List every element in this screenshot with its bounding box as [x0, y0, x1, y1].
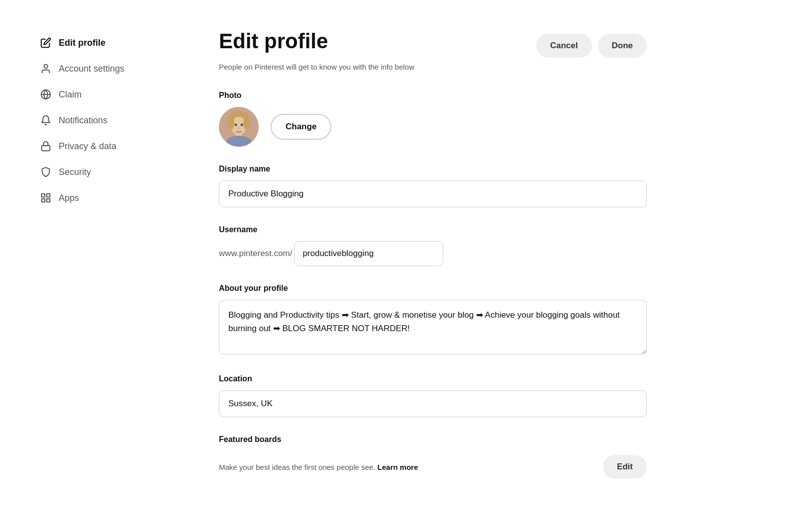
- apps-icon: [40, 192, 52, 204]
- svg-point-16: [241, 124, 243, 126]
- sidebar-item-label: Privacy & data: [59, 141, 116, 152]
- svg-rect-7: [42, 199, 45, 202]
- sidebar-item-label: Account settings: [59, 64, 124, 74]
- featured-boards-header: Featured boards: [219, 435, 647, 451]
- sidebar-item-edit-profile[interactable]: Edit profile: [40, 30, 169, 56]
- sidebar-item-apps[interactable]: Apps: [40, 185, 169, 211]
- sidebar-item-claim[interactable]: Claim: [40, 82, 169, 107]
- sidebar-item-label: Edit profile: [59, 38, 105, 48]
- svg-point-0: [44, 65, 47, 68]
- sidebar-item-label: Apps: [59, 193, 79, 203]
- globe-icon: [40, 89, 52, 100]
- learn-more-link[interactable]: Learn more: [378, 463, 418, 471]
- url-prefix: www.pinterest.com/: [219, 249, 292, 259]
- photo-section: Photo: [219, 91, 647, 147]
- page-subtitle: People on Pinterest will get to know you…: [219, 63, 647, 71]
- location-label: Location: [219, 374, 647, 383]
- sidebar-item-notifications[interactable]: Notifications: [40, 107, 169, 133]
- person-icon: [40, 63, 52, 75]
- photo-row: Change: [219, 107, 647, 147]
- svg-rect-5: [47, 194, 50, 197]
- lock-icon: [40, 140, 52, 152]
- sidebar-item-account-settings[interactable]: Account settings: [40, 56, 169, 82]
- username-label: Username: [219, 225, 647, 234]
- sidebar-item-label: Claim: [59, 89, 82, 100]
- bell-icon: [40, 114, 52, 126]
- photo-label: Photo: [219, 91, 647, 100]
- page-title: Edit profile: [219, 30, 328, 53]
- change-photo-button[interactable]: Change: [271, 114, 331, 140]
- sidebar-item-label: Notifications: [59, 115, 107, 126]
- svg-point-15: [235, 124, 237, 126]
- featured-boards-label: Featured boards: [219, 435, 281, 444]
- svg-rect-3: [42, 146, 50, 151]
- main-content: Edit profile Cancel Done People on Pinte…: [189, 0, 687, 532]
- avatar: [219, 107, 259, 147]
- featured-boards-description: Make your best ideas the first ones peop…: [219, 463, 418, 471]
- svg-point-12: [243, 116, 250, 130]
- sidebar-item-privacy-data[interactable]: Privacy & data: [40, 133, 169, 159]
- display-name-label: Display name: [219, 165, 647, 174]
- sidebar-item-label: Security: [59, 167, 91, 177]
- featured-boards-edit-button[interactable]: Edit: [603, 455, 647, 479]
- username-input[interactable]: [294, 241, 443, 266]
- location-input[interactable]: [219, 390, 647, 417]
- header-buttons: Cancel Done: [536, 34, 647, 58]
- header-row: Edit profile Cancel Done: [219, 30, 647, 58]
- location-section: Location: [219, 374, 647, 417]
- pencil-icon: [40, 37, 52, 49]
- username-row: www.pinterest.com/: [219, 241, 647, 266]
- sidebar: Edit profile Account settings Claim: [0, 0, 189, 532]
- username-section: Username www.pinterest.com/: [219, 225, 647, 266]
- sidebar-item-security[interactable]: Security: [40, 159, 169, 185]
- display-name-section: Display name: [219, 165, 647, 207]
- cancel-button[interactable]: Cancel: [536, 34, 592, 58]
- shield-icon: [40, 166, 52, 178]
- svg-point-11: [227, 116, 234, 130]
- svg-rect-4: [42, 194, 45, 197]
- display-name-input[interactable]: [219, 180, 647, 207]
- svg-rect-6: [47, 199, 50, 202]
- about-label: About your profile: [219, 284, 647, 293]
- done-button[interactable]: Done: [598, 34, 647, 58]
- about-textarea[interactable]: Blogging and Productivity tips ➡ Start, …: [219, 300, 647, 355]
- featured-boards-section: Featured boards Make your best ideas the…: [219, 435, 647, 479]
- about-section: About your profile Blogging and Producti…: [219, 284, 647, 356]
